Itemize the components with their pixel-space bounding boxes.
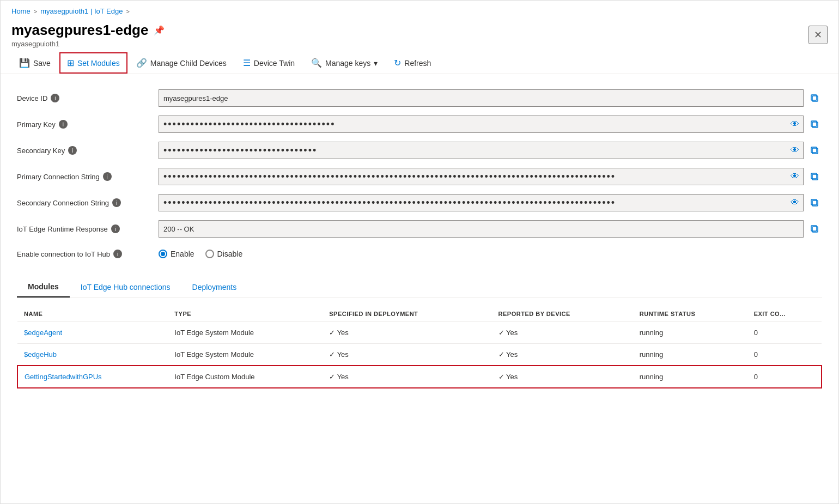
enable-connection-row: Enable connection to IoT Hub i Enable Di… [17,242,822,266]
primary-connection-string-value: 👁 [159,168,822,185]
secondary-key-input-container: 👁 [159,142,804,159]
col-name: NAME [17,306,168,322]
primary-key-input[interactable] [159,116,804,133]
manage-keys-chevron: ▾ [374,59,378,68]
primary-key-copy-button[interactable] [807,117,822,132]
secondary-key-eye-icon[interactable]: 👁 [791,145,799,155]
device-id-info-icon[interactable]: i [51,94,59,102]
table-row: $edgeHubIoT Edge System Module✓ Yes✓ Yes… [17,344,822,366]
primary-key-info-icon[interactable]: i [59,120,68,129]
device-twin-button[interactable]: ☰ Device Twin [235,52,302,74]
secondary-connection-string-input-container: 👁 [159,194,804,211]
iot-edge-runtime-response-input: 200 -- OK [159,220,804,238]
primary-connection-string-input-container: 👁 [159,168,804,185]
breadcrumb-sep1: > [34,8,37,15]
row-runtime-status-cell: running [633,344,747,366]
pin-icon[interactable]: 📌 [154,25,165,35]
refresh-icon: ↻ [394,58,401,68]
module-link[interactable]: $edgeAgent [24,329,62,337]
row-name-cell[interactable]: $edgeAgent [17,322,168,344]
refresh-label: Refresh [404,59,431,68]
secondary-connection-string-copy-button[interactable] [807,195,822,210]
row-reported-cell: ✓ Yes [492,366,633,388]
iot-edge-runtime-copy-button[interactable] [807,221,822,236]
secondary-connection-string-info-icon[interactable]: i [112,198,121,207]
set-modules-icon: ⊞ [67,58,74,68]
enable-connection-info-icon[interactable]: i [113,250,122,258]
secondary-connection-string-input[interactable] [159,194,804,211]
manage-child-devices-button[interactable]: 🔗 Manage Child Devices [129,52,234,74]
iot-edge-runtime-response-label: IoT Edge Runtime Response i [17,224,159,233]
primary-key-row: Primary Key i 👁 [17,111,822,137]
col-exit-code: EXIT CO... [747,306,822,322]
col-runtime-status: RUNTIME STATUS [633,306,747,322]
primary-key-eye-icon[interactable]: 👁 [791,119,799,129]
tab-iot-edge-hub[interactable]: IoT Edge Hub connections [70,277,181,297]
row-runtime-status-cell: running [633,322,747,344]
table-row: GettingStartedwithGPUsIoT Edge Custom Mo… [17,366,822,388]
secondary-key-label: Secondary Key i [17,146,159,155]
title-main: myasegpures1-edge 📌 [11,22,165,39]
device-id-copy-button[interactable] [807,90,822,106]
save-icon: 💾 [19,58,30,68]
row-exit-code-cell: 0 [747,322,822,344]
secondary-connection-string-row: Secondary Connection String i 👁 [17,190,822,216]
secondary-key-copy-button[interactable] [807,143,822,158]
device-twin-label: Device Twin [254,59,295,68]
breadcrumb-home[interactable]: Home [11,7,31,15]
refresh-button[interactable]: ↻ Refresh [386,52,439,74]
device-twin-icon: ☰ [243,58,251,68]
iot-edge-runtime-info-icon[interactable]: i [111,224,120,233]
enable-radio-button[interactable] [159,250,167,258]
enable-connection-label: Enable connection to IoT Hub i [17,250,159,258]
col-reported: REPORTED BY DEVICE [492,306,633,322]
primary-key-label: Primary Key i [17,120,159,129]
primary-connection-string-eye-icon[interactable]: 👁 [791,172,799,181]
device-id-label: Device ID i [17,94,159,102]
row-name-cell[interactable]: GettingStartedwithGPUs [17,366,168,388]
disable-radio-option[interactable]: Disable [205,250,243,258]
primary-key-value: 👁 [159,116,822,133]
row-name-cell[interactable]: $edgeHub [17,344,168,366]
toolbar: 💾 Save ⊞ Set Modules 🔗 Manage Child Devi… [1,52,838,74]
page-subtitle: myasegpuioth1 [11,40,165,48]
enable-connection-value: Enable Disable [159,250,822,258]
close-button[interactable]: ✕ [808,26,828,44]
col-specified: SPECIFIED IN DEPLOYMENT [323,306,491,322]
manage-child-devices-label: Manage Child Devices [150,59,227,68]
enable-connection-radio-group: Enable Disable [159,250,242,258]
breadcrumb: Home > myasegpuioth1 | IoT Edge > [1,1,838,20]
tab-modules[interactable]: Modules [17,277,70,297]
manage-keys-button[interactable]: 🔍 Manage keys ▾ [303,52,385,74]
primary-connection-string-copy-button[interactable] [807,169,822,184]
disable-radio-button[interactable] [205,250,214,258]
tab-deployments[interactable]: Deployments [181,277,248,297]
secondary-connection-string-value: 👁 [159,194,822,211]
primary-key-input-container: 👁 [159,116,804,133]
primary-connection-string-info-icon[interactable]: i [103,172,112,181]
tabs-bar: Modules IoT Edge Hub connections Deploym… [17,277,822,297]
row-exit-code-cell: 0 [747,344,822,366]
module-link[interactable]: $edgeHub [24,350,57,359]
manage-keys-icon: 🔍 [311,58,322,68]
row-specified-cell: ✓ Yes [323,344,491,366]
module-link[interactable]: GettingStartedwithGPUs [25,373,102,381]
primary-connection-string-input[interactable] [159,168,804,185]
secondary-key-row: Secondary Key i 👁 [17,137,822,163]
table-header: NAME TYPE SPECIFIED IN DEPLOYMENT REPORT… [17,306,822,322]
breadcrumb-iot-hub[interactable]: myasegpuioth1 | IoT Edge [40,7,123,15]
secondary-key-info-icon[interactable]: i [68,146,77,155]
breadcrumb-sep2: > [126,8,129,15]
page-container: Home > myasegpuioth1 | IoT Edge > myaseg… [0,0,839,504]
manage-child-devices-icon: 🔗 [136,58,147,68]
disable-radio-label: Disable [217,250,243,258]
enable-radio-option[interactable]: Enable [159,250,194,258]
secondary-connection-string-eye-icon[interactable]: 👁 [791,198,799,208]
save-label: Save [33,59,51,68]
row-reported-cell: ✓ Yes [492,322,633,344]
save-button[interactable]: 💾 Save [11,52,58,74]
primary-connection-string-row: Primary Connection String i 👁 [17,163,822,190]
secondary-key-input[interactable] [159,142,804,159]
secondary-connection-string-label: Secondary Connection String i [17,198,159,207]
set-modules-button[interactable]: ⊞ Set Modules [59,52,127,74]
